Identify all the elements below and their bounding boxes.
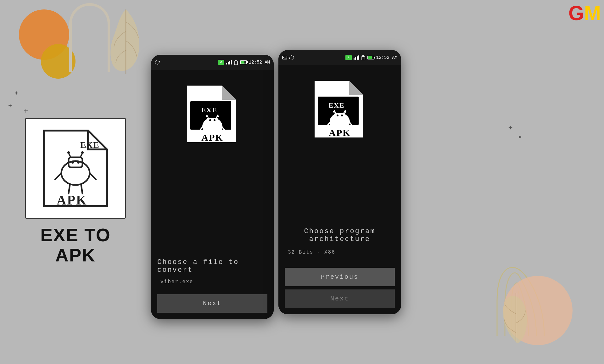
svg-line-11 [55, 173, 61, 179]
svg-text:EXE: EXE [201, 106, 217, 114]
gm-logo-g: G [568, 2, 584, 25]
svg-rect-16 [236, 60, 237, 61]
svg-text:EXE: EXE [80, 140, 99, 150]
phone2-screen: EXE APK Choose program architecture 32 B… [278, 65, 401, 314]
svg-rect-35 [362, 55, 363, 57]
svg-text:APK: APK [329, 127, 350, 138]
left-panel: EXE APK [9, 118, 142, 265]
phone2-battery [367, 56, 374, 59]
app-logo-box: EXE APK [25, 118, 126, 219]
phone2-signal [354, 55, 359, 60]
phone2-time: 12:52 AM [376, 55, 397, 60]
svg-line-10 [81, 185, 82, 193]
phone2-previous-button[interactable]: Previous [285, 268, 395, 286]
phone1-status-right: 2 12:52 AM [218, 60, 270, 65]
phone1-filename: viber.exe [157, 279, 193, 285]
app-title: EXE TO APK [40, 225, 111, 265]
phone1-convert-label: Choose a file to convert [157, 258, 267, 274]
gallery-icon [282, 55, 287, 60]
svg-line-12 [90, 173, 96, 179]
phone2-status-left [282, 55, 294, 60]
phone2-arch-option: 32 Bits - X86 [285, 249, 335, 255]
phone2-sd-icon [361, 55, 366, 60]
phone2-next-button[interactable]: Next [285, 289, 395, 308]
svg-rect-36 [363, 55, 364, 57]
phone1-sd-icon [234, 60, 238, 65]
gm-logo: GM [568, 3, 601, 23]
phone2-status-bar: 2 12:52 AM [278, 50, 401, 65]
phone2-sim-badge: 2 [345, 55, 352, 60]
svg-point-46 [341, 115, 343, 116]
phone1-signal [226, 60, 232, 64]
svg-rect-15 [235, 60, 236, 61]
phone2-rotation-icon [289, 55, 294, 60]
phone2-apk-icon: EXE APK [308, 78, 371, 141]
phone-2: 2 12:52 AM [278, 50, 401, 314]
phone1-apk-icon: EXE APK [181, 82, 244, 145]
phone1-time: 12:52 AM [249, 60, 270, 65]
svg-rect-14 [234, 61, 238, 65]
rotation-icon [155, 60, 160, 65]
svg-point-26 [214, 119, 215, 121]
gm-logo-m: M [584, 2, 601, 25]
svg-rect-34 [362, 56, 365, 60]
svg-rect-40 [334, 113, 345, 120]
main-content: EXE APK [0, 0, 604, 364]
svg-point-8 [77, 161, 80, 164]
svg-point-25 [209, 119, 211, 121]
phone1-screen: EXE APK Choose a file to convert [151, 70, 274, 319]
svg-point-45 [337, 115, 338, 116]
phone-1: 2 12:52 AM [151, 55, 274, 319]
phone1-next-button[interactable]: Next [157, 294, 267, 313]
svg-text:APK: APK [57, 193, 87, 207]
svg-point-6 [81, 151, 84, 154]
svg-rect-32 [282, 56, 287, 59]
phone1-status-left [155, 60, 160, 65]
phone1-sim-badge: 2 [218, 60, 224, 65]
phone2-status-right: 2 12:52 AM [345, 55, 397, 60]
svg-text:APK: APK [201, 132, 223, 143]
phone1-battery [240, 60, 247, 64]
svg-line-9 [69, 185, 70, 193]
apk-logo-svg: EXE APK [31, 124, 120, 212]
svg-line-4 [80, 153, 82, 157]
svg-line-3 [69, 153, 71, 157]
svg-text:EXE: EXE [328, 101, 344, 109]
svg-rect-20 [207, 118, 218, 125]
phone1-status-bar: 2 12:52 AM [151, 55, 274, 70]
phone2-architecture-label: Choose program architecture [285, 227, 395, 243]
svg-point-5 [67, 151, 70, 154]
svg-point-7 [71, 161, 74, 164]
svg-point-1 [61, 161, 90, 185]
